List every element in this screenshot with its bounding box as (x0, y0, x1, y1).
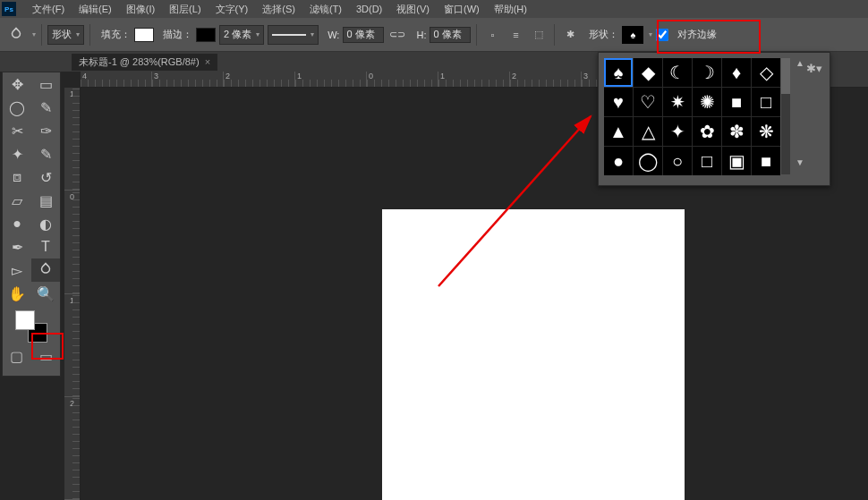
ruler-tick: 2 (224, 72, 295, 87)
ruler-tick: 1 (438, 72, 510, 87)
menu-edit[interactable]: 编辑(E) (72, 3, 119, 16)
heal-tool[interactable]: ✦ (3, 142, 31, 165)
eraser-tool[interactable]: ▱ (3, 189, 31, 212)
line-preview-icon (272, 34, 306, 36)
zoom-tool[interactable]: 🔍 (31, 282, 60, 305)
menu-bar: Ps 文件(F) 编辑(E) 图像(I) 图层(L) 文字(Y) 选择(S) 滤… (0, 0, 868, 18)
gear-icon[interactable]: ✱ (560, 25, 580, 45)
screen-mode-icon[interactable]: ▭ (39, 348, 53, 365)
fill-label: 填充： (101, 28, 131, 41)
shape-cell[interactable]: ■ (722, 88, 751, 116)
shape-cell[interactable]: ✦ (663, 117, 692, 146)
align-icon[interactable]: ≡ (506, 25, 525, 45)
shape-cell[interactable]: ✺ (693, 88, 721, 116)
custom-shape-tool[interactable] (31, 258, 60, 282)
width-input[interactable] (343, 27, 384, 43)
width-label: W: (328, 30, 339, 40)
shape-cell[interactable]: ■ (752, 147, 780, 175)
shape-cell[interactable]: ✿ (693, 117, 721, 146)
stroke-style-dropdown[interactable]: ▾ (268, 25, 319, 45)
type-tool[interactable]: T (31, 235, 60, 258)
align-edges-checkbox[interactable] (656, 29, 668, 41)
shape-preview[interactable]: ♠ (622, 26, 643, 44)
shape-cell[interactable]: ✽ (722, 117, 751, 146)
shape-cell[interactable]: ✷ (663, 88, 692, 116)
shape-cell[interactable]: ▲ (604, 117, 633, 146)
shape-cell[interactable]: ● (604, 147, 633, 175)
divider (41, 24, 42, 46)
shape-cell[interactable]: ♠ (604, 58, 633, 87)
path-ops-icon[interactable]: ▫ (482, 25, 502, 45)
eyedropper-tool[interactable]: ✑ (31, 119, 60, 142)
ruler-tick: 2 (510, 72, 582, 87)
stroke-swatch[interactable] (196, 28, 216, 42)
shape-cell[interactable]: ♦ (722, 58, 751, 87)
scrollbar-thumb[interactable] (781, 58, 790, 94)
ruler-tick: 1 (295, 72, 367, 87)
shape-cell[interactable]: ◆ (634, 58, 662, 87)
chevron-down-icon[interactable]: ▾ (649, 30, 652, 38)
marquee-tool[interactable]: ▭ (31, 72, 60, 96)
mode-label: 形状 (52, 28, 72, 41)
menu-select[interactable]: 选择(S) (255, 3, 302, 16)
lasso-tool[interactable]: ◯ (3, 96, 31, 119)
shape-cell[interactable]: ▣ (722, 147, 751, 175)
arrow-down-icon[interactable]: ▼ (796, 157, 804, 167)
dodge-tool[interactable]: ◐ (31, 212, 60, 235)
menu-help[interactable]: 帮助(H) (487, 3, 534, 16)
canvas[interactable] (382, 209, 685, 500)
move-tool[interactable]: ✥ (3, 72, 31, 96)
gear-icon[interactable]: ✱▾ (806, 62, 822, 75)
menu-window[interactable]: 窗口(W) (437, 3, 487, 16)
fg-bg-swatch[interactable] (15, 310, 47, 343)
crop-tool[interactable]: ✂ (3, 119, 31, 142)
link-wh-icon[interactable]: ⊂⊃ (387, 25, 407, 45)
shape-cell[interactable]: ◇ (752, 58, 780, 87)
stamp-tool[interactable]: ⧈ (3, 165, 31, 189)
shape-label: 形状： (589, 28, 618, 41)
menu-layer[interactable]: 图层(L) (162, 3, 208, 16)
path-select-tool[interactable]: ▻ (3, 258, 31, 282)
shape-cell[interactable]: ○ (663, 147, 692, 175)
foreground-color[interactable] (15, 310, 35, 330)
arrange-icon[interactable]: ⬚ (529, 25, 549, 45)
mode-dropdown[interactable]: 形状▾ (47, 25, 84, 45)
stroke-label: 描边： (163, 28, 192, 41)
menu-type[interactable]: 文字(Y) (208, 3, 256, 16)
shape-cell[interactable]: △ (634, 117, 662, 146)
document-tab[interactable]: 未标题-1 @ 283%(RGB/8#) × (72, 54, 217, 71)
shape-cell[interactable]: ☽ (693, 58, 721, 87)
history-brush-tool[interactable]: ↺ (31, 165, 60, 189)
ruler-tick: 4 (81, 72, 152, 87)
standard-mode-icon[interactable]: ▢ (10, 348, 23, 365)
close-icon[interactable]: × (205, 56, 210, 67)
shape-cell[interactable]: ❋ (752, 117, 780, 146)
shape-cell[interactable]: ♡ (634, 88, 662, 116)
divider (476, 24, 477, 46)
menu-filter[interactable]: 滤镜(T) (302, 3, 349, 16)
arrow-up-icon[interactable]: ▲ (796, 58, 804, 68)
stroke-width-dropdown[interactable]: 2 像素▾ (219, 25, 264, 45)
tab-title: 未标题-1 @ 283%(RGB/8#) (79, 55, 200, 69)
fill-swatch[interactable] (134, 28, 154, 42)
tool-preset-icon[interactable] (5, 25, 27, 45)
hand-tool[interactable]: ✋ (3, 282, 31, 305)
menu-3d[interactable]: 3D(D) (349, 4, 389, 14)
options-bar: ▾ 形状▾ 填充： 描边： 2 像素▾ ▾ W: ⊂⊃ H: ▫ ≡ ⬚ ✱ 形… (0, 18, 868, 52)
pen-tool[interactable]: ✒ (3, 235, 31, 258)
shape-cell[interactable]: ♥ (604, 88, 633, 116)
shape-cell[interactable]: ◯ (634, 147, 662, 175)
brush-tool[interactable]: ✎ (31, 142, 60, 165)
menu-image[interactable]: 图像(I) (119, 3, 162, 16)
shape-cell[interactable]: ☾ (663, 58, 692, 87)
shape-cell[interactable]: □ (752, 88, 780, 116)
gradient-tool[interactable]: ▤ (31, 189, 60, 212)
menu-view[interactable]: 视图(V) (389, 3, 437, 16)
shape-cell[interactable]: □ (693, 147, 721, 175)
quick-select-tool[interactable]: ✎ (31, 96, 60, 119)
scrollbar[interactable] (781, 58, 790, 174)
menu-file[interactable]: 文件(F) (25, 3, 72, 16)
blur-tool[interactable]: ● (3, 212, 31, 235)
height-input[interactable] (430, 27, 471, 43)
chevron-down-icon[interactable]: ▾ (32, 30, 36, 38)
